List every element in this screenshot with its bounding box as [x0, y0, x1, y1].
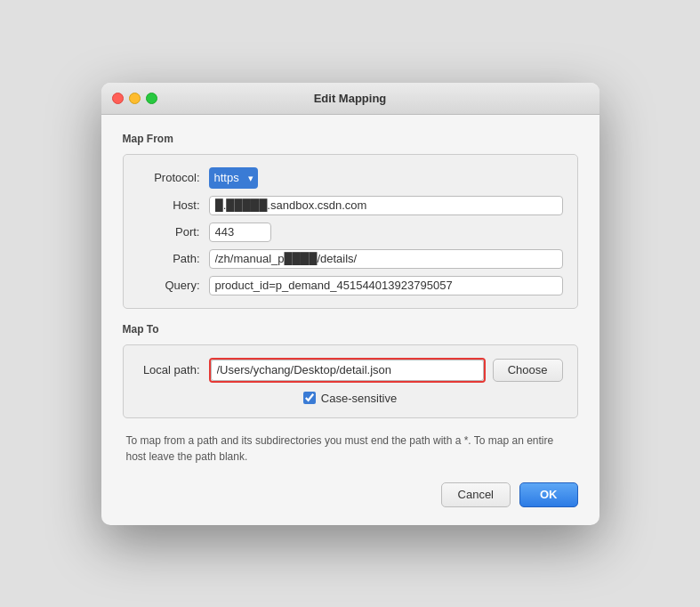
maximize-button[interactable] — [146, 93, 157, 104]
query-input[interactable] — [209, 276, 563, 295]
case-sensitive-checkbox[interactable] — [303, 392, 316, 404]
main-content: Map From Protocol: https http Host: Por — [101, 115, 599, 525]
cancel-button[interactable]: Cancel — [441, 482, 511, 507]
map-to-label: Map To — [123, 323, 578, 336]
port-row: Port: — [138, 223, 563, 242]
local-path-input-wrapper — [209, 358, 486, 383]
host-row: Host: — [138, 196, 563, 215]
host-label: Host: — [138, 198, 200, 212]
choose-button[interactable]: Choose — [493, 359, 563, 382]
protocol-row: Protocol: https http — [138, 167, 563, 189]
map-from-label: Map From — [123, 133, 578, 145]
case-sensitive-row: Case-sensitive — [138, 392, 563, 405]
case-sensitive-label[interactable]: Case-sensitive — [321, 392, 397, 405]
map-to-section: Local path: Choose Case-sensitive — [123, 344, 578, 418]
ok-button[interactable]: OK — [519, 482, 578, 507]
protocol-label: Protocol: — [138, 171, 200, 184]
host-input[interactable] — [209, 196, 563, 215]
local-path-row: Local path: Choose — [138, 358, 563, 383]
local-path-label: Local path: — [138, 363, 200, 376]
query-row: Query: — [138, 276, 563, 295]
traffic-lights — [112, 93, 157, 104]
query-label: Query: — [138, 279, 200, 292]
path-input[interactable] — [209, 249, 563, 269]
port-label: Port: — [138, 225, 200, 239]
help-text: To map from a path and its subdirectorie… — [123, 433, 578, 465]
titlebar: Edit Mapping — [101, 83, 599, 115]
path-row: Path: — [138, 249, 563, 269]
button-row: Cancel OK — [123, 482, 578, 507]
path-label: Path: — [138, 252, 200, 265]
protocol-wrapper: https http — [209, 167, 258, 189]
minimize-button[interactable] — [129, 93, 141, 104]
map-from-section: Protocol: https http Host: Port: — [123, 154, 578, 309]
protocol-select[interactable]: https http — [209, 167, 258, 189]
port-input[interactable] — [209, 223, 271, 242]
local-path-input[interactable] — [211, 360, 484, 381]
window-title: Edit Mapping — [314, 92, 387, 105]
edit-mapping-window: Edit Mapping Map From Protocol: https ht… — [101, 83, 599, 525]
close-button[interactable] — [112, 93, 124, 104]
